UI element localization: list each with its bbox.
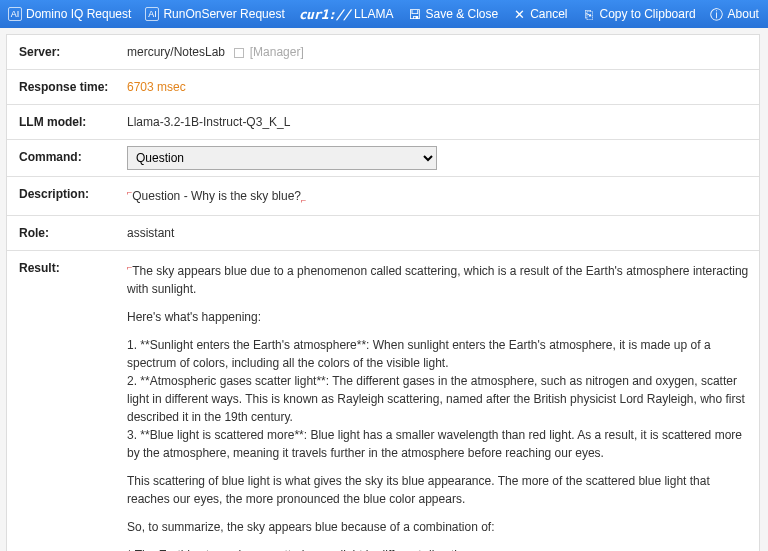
row-llmmodel: LLM model: Llama-3.2-1B-Instruct-Q3_K_L [7, 105, 759, 140]
copy-icon: ⎘ [582, 7, 596, 21]
result-l2: 2. **Atmospheric gases scatter light**: … [127, 372, 751, 426]
row-description: Description: ⌐Question - Why is the sky … [7, 177, 759, 216]
runonserver-button[interactable]: AI RunOnServer Request [145, 7, 284, 21]
runonserver-label: RunOnServer Request [163, 7, 284, 21]
value-role: assistant [119, 216, 759, 250]
save-icon: 🖫 [407, 7, 421, 21]
server-name: mercury/NotesLab [127, 45, 225, 59]
value-result[interactable]: ⌐The sky appears blue due to a phenomeno… [119, 251, 759, 551]
label-llmmodel: LLM model: [7, 105, 119, 139]
row-command: Command: Question [7, 140, 759, 177]
label-server: Server: [7, 35, 119, 69]
dominoiq-label: Domino IQ Request [26, 7, 131, 21]
llama-button[interactable]: cur1:// LLAMA [299, 7, 394, 22]
description-text: Question - Why is the sky blue? [132, 189, 301, 203]
curl-icon: cur1:// [299, 7, 350, 22]
label-result: Result: [7, 251, 119, 551]
run-icon: AI [145, 7, 159, 21]
cancel-icon: ✕ [512, 7, 526, 21]
result-l1: 1. **Sunlight enters the Earth's atmosph… [127, 336, 751, 372]
row-server: Server: mercury/NotesLab [Manager] [7, 35, 759, 70]
label-description: Description: [7, 177, 119, 215]
label-role: Role: [7, 216, 119, 250]
toolbar: AI Domino IQ Request AI RunOnServer Requ… [0, 0, 768, 28]
value-server: mercury/NotesLab [Manager] [119, 35, 759, 69]
square-icon [234, 48, 244, 58]
result-b1: * The Earth's atmosphere scattering sunl… [127, 546, 751, 551]
saveclose-label: Save & Close [425, 7, 498, 21]
cancel-button[interactable]: ✕ Cancel [512, 7, 567, 21]
info-icon: ⓘ [710, 7, 724, 21]
copyclipboard-button[interactable]: ⎘ Copy to Clipboard [582, 7, 696, 21]
saveclose-button[interactable]: 🖫 Save & Close [407, 7, 498, 21]
llama-label: LLAMA [354, 7, 393, 21]
result-p4: So, to summarize, the sky appears blue b… [127, 518, 751, 536]
value-llmmodel: Llama-3.2-1B-Instruct-Q3_K_L [119, 105, 759, 139]
rt-end-icon: ⌐ [301, 195, 306, 205]
cancel-label: Cancel [530, 7, 567, 21]
label-responsetime: Response time: [7, 70, 119, 104]
result-p3: This scattering of blue light is what gi… [127, 472, 751, 508]
ai-icon: AI [8, 7, 22, 21]
about-label: About [728, 7, 759, 21]
dominoiq-button[interactable]: AI Domino IQ Request [8, 7, 131, 21]
server-role: [Manager] [250, 45, 304, 59]
result-p1: The sky appears blue due to a phenomenon… [127, 264, 748, 296]
result-l3: 3. **Blue light is scattered more**: Blu… [127, 426, 751, 462]
row-result: Result: ⌐The sky appears blue due to a p… [7, 251, 759, 551]
form-container: Server: mercury/NotesLab [Manager] Respo… [6, 34, 760, 551]
server-role-indicator: [Manager] [234, 45, 303, 59]
result-p2: Here's what's happening: [127, 308, 751, 326]
about-button[interactable]: ⓘ About [710, 7, 759, 21]
value-responsetime: 6703 msec [119, 70, 759, 104]
label-command: Command: [7, 140, 119, 176]
value-command: Question [119, 140, 759, 176]
command-select[interactable]: Question [127, 146, 437, 170]
row-responsetime: Response time: 6703 msec [7, 70, 759, 105]
row-role: Role: assistant [7, 216, 759, 251]
copyclipboard-label: Copy to Clipboard [600, 7, 696, 21]
value-description[interactable]: ⌐Question - Why is the sky blue?⌐ [119, 177, 759, 215]
